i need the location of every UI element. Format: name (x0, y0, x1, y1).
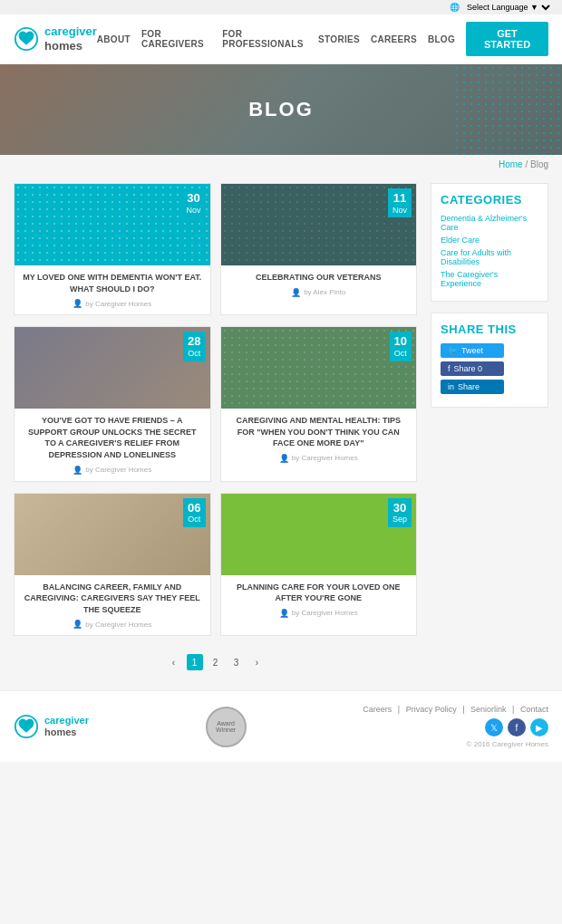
page-3-button[interactable]: 3 (228, 654, 245, 670)
blog-card-3[interactable]: 28 Oct YOU'VE GOT TO HAVE FRIENDS – A SU… (14, 326, 211, 481)
footer-center: Award Winner (206, 707, 247, 747)
category-elder-care[interactable]: Elder Care (441, 236, 538, 245)
hero-banner: BLOG (0, 64, 562, 155)
facebook-icon: f (448, 364, 451, 373)
card-3-image: 28 Oct (15, 327, 210, 409)
footer-right: Careers | Privacy Policy | Seniorlink | … (363, 705, 548, 748)
card-1-title: MY LOVED ONE WITH DEMENTIA WON'T EAT. WH… (22, 272, 203, 294)
twitter-icon: 🐦 (448, 346, 458, 355)
page-2-button[interactable]: 2 (208, 654, 224, 670)
nav-for-professionals[interactable]: FOR PROFESSIONALS (222, 29, 307, 49)
linkedin-share-button[interactable]: in Share (441, 380, 504, 394)
main-nav: ABOUT FOR CAREGIVERS FOR PROFESSIONALS S… (97, 22, 548, 56)
card-2-title: CELEBRATING OUR VETERANS (228, 272, 410, 284)
facebook-social-button[interactable]: f (508, 718, 526, 736)
breadcrumb-home[interactable]: Home (499, 159, 523, 169)
footer-logo[interactable]: caregiver homes (14, 714, 89, 739)
card-2-date: 11 Nov (388, 188, 412, 217)
footer-logo-icon (14, 714, 39, 739)
card-4-date: 10 Oct (390, 332, 412, 361)
language-select[interactable]: Select Language ▼ (463, 2, 553, 13)
author-icon-3: 👤 (73, 466, 82, 475)
award-badge: Award Winner (206, 707, 247, 747)
blog-card-6[interactable]: 30 Sep PLANNING CARE FOR YOUR LOVED ONE … (220, 493, 418, 637)
card-1-date: 30 Nov (181, 188, 205, 217)
hero-dots-decoration (453, 64, 562, 155)
card-5-title: BALANCING CAREER, FAMILY AND CAREGIVING:… (22, 582, 203, 616)
blog-card-5[interactable]: 06 Oct BALANCING CAREER, FAMILY AND CARE… (14, 493, 211, 637)
author-icon: 👤 (73, 299, 82, 308)
nav-about[interactable]: ABOUT (97, 34, 131, 44)
pagination: ‹ 1 2 3 › (14, 647, 417, 681)
author-icon-5: 👤 (73, 620, 82, 629)
card-3-title: YOU'VE GOT TO HAVE FRIENDS – A SUPPORT G… (22, 415, 203, 460)
card-6-body: PLANNING CARE FOR YOUR LOVED ONE AFTER Y… (221, 575, 417, 624)
logo-icon (14, 26, 39, 52)
card-2-image: 11 Nov (221, 184, 417, 265)
card-6-date: 30 Sep (388, 498, 412, 527)
lang-bar: 🌐 Select Language ▼ (0, 0, 562, 14)
category-adults-disabilities[interactable]: Care for Adults with Disabilities (441, 248, 538, 266)
card-1-image: 30 Nov (15, 184, 210, 265)
card-4-body: CAREGIVING AND MENTAL HEALTH: TIPS FOR "… (221, 409, 417, 469)
nav-blog[interactable]: BLOG (428, 34, 455, 44)
card-1-body: MY LOVED ONE WITH DEMENTIA WON'T EAT. WH… (15, 265, 210, 314)
nav-for-caregivers[interactable]: FOR CAREGIVERS (141, 29, 211, 49)
card-5-image: 06 Oct (15, 494, 210, 575)
author-icon-4: 👤 (279, 454, 289, 463)
card-5-date: 06 Oct (183, 498, 205, 527)
breadcrumb: Home / Blog (0, 155, 562, 174)
footer-site-name: caregiver homes (44, 715, 89, 738)
card-4-title: CAREGIVING AND MENTAL HEALTH: TIPS FOR "… (228, 415, 410, 449)
card-6-title: PLANNING CARE FOR YOUR LOVED ONE AFTER Y… (228, 582, 410, 604)
copyright: © 2016 Caregiver Homes (363, 740, 548, 748)
card-2-body: CELEBRATING OUR VETERANS 👤 by Alex Pinto (221, 265, 417, 303)
globe-icon: 🌐 (450, 3, 460, 12)
blog-row-1: 30 Nov MY LOVED ONE WITH DEMENTIA WON'T … (14, 183, 417, 315)
card-4-image: 10 Oct (221, 327, 417, 409)
category-caregiver-experience[interactable]: The Caregiver's Experience (441, 270, 538, 288)
card-3-date: 28 Oct (183, 332, 205, 361)
blog-card-1[interactable]: 30 Nov MY LOVED ONE WITH DEMENTIA WON'T … (14, 183, 211, 315)
share-box: SHARE THIS 🐦 Tweet f Share 0 in Share (431, 313, 548, 408)
header: caregiver homes ABOUT FOR CAREGIVERS FOR… (0, 14, 562, 64)
blog-card-4[interactable]: 10 Oct CAREGIVING AND MENTAL HEALTH: TIP… (220, 326, 418, 481)
footer-link-contact[interactable]: Contact (520, 705, 548, 714)
author-icon-2: 👤 (291, 288, 301, 297)
nav-stories[interactable]: STORIES (318, 34, 360, 44)
categories-title: CATEGORIES (441, 193, 538, 207)
breadcrumb-current: Blog (530, 159, 548, 169)
footer-link-privacy[interactable]: Privacy Policy (406, 705, 457, 714)
card-1-author: 👤 by Caregiver Homes (22, 299, 203, 308)
linkedin-icon: in (448, 382, 454, 391)
twitter-social-button[interactable]: 𝕏 (485, 718, 503, 736)
social-icons: 𝕏 f ▶ (363, 718, 548, 736)
categories-box: CATEGORIES Dementia & Alzheimer's Care E… (431, 183, 548, 302)
sidebar: CATEGORIES Dementia & Alzheimer's Care E… (431, 183, 548, 681)
card-3-author: 👤 by Caregiver Homes (22, 466, 203, 475)
facebook-share-button[interactable]: f Share 0 (441, 361, 504, 376)
twitter-share-button[interactable]: 🐦 Tweet (441, 343, 504, 358)
page-1-button[interactable]: 1 (187, 654, 203, 670)
prev-page-button[interactable]: ‹ (166, 654, 182, 670)
next-page-button[interactable]: › (249, 654, 266, 670)
nav-careers[interactable]: CAREERS (371, 34, 417, 44)
site-name: caregiver homes (44, 24, 97, 53)
blog-grid: 30 Nov MY LOVED ONE WITH DEMENTIA WON'T … (14, 183, 417, 681)
blog-row-3: 06 Oct BALANCING CAREER, FAMILY AND CARE… (14, 493, 417, 637)
hero-title: BLOG (248, 98, 314, 121)
footer-links: Careers | Privacy Policy | Seniorlink | … (363, 705, 548, 714)
card-2-author: 👤 by Alex Pinto (228, 288, 410, 297)
footer: caregiver homes Award Winner Careers | P… (0, 690, 562, 762)
share-title: SHARE THIS (441, 322, 538, 336)
footer-link-seniorlink[interactable]: Seniorlink (470, 705, 507, 714)
vimeo-social-button[interactable]: ▶ (530, 718, 548, 736)
card-5-author: 👤 by Caregiver Homes (22, 620, 203, 629)
author-icon-6: 👤 (279, 609, 289, 618)
footer-link-careers[interactable]: Careers (363, 705, 392, 714)
card-6-image: 30 Sep (221, 494, 417, 575)
get-started-button[interactable]: GET STARTED (466, 22, 548, 56)
blog-card-2[interactable]: 11 Nov CELEBRATING OUR VETERANS 👤 by Ale… (220, 183, 418, 315)
category-dementia[interactable]: Dementia & Alzheimer's Care (441, 214, 538, 232)
logo[interactable]: caregiver homes (14, 24, 97, 53)
